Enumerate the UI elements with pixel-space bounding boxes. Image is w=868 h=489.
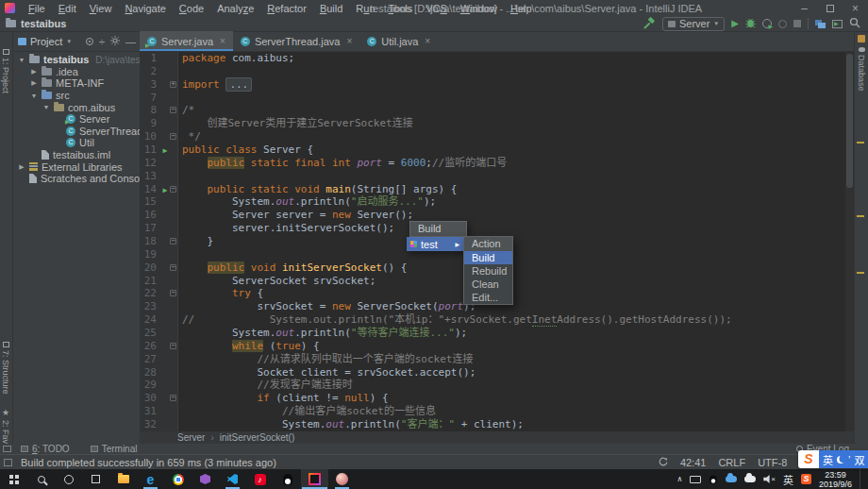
run-line-icon[interactable]: ▶ (160, 143, 170, 157)
minimize-button[interactable]: – (792, 1, 817, 16)
line-number[interactable]: 10 (140, 130, 160, 143)
taskbar-visual-studio[interactable] (192, 469, 219, 489)
code-text[interactable]: */ (178, 130, 854, 143)
breadcrumb-initserversocket[interactable]: initServerSocket() (220, 432, 294, 443)
code-text[interactable]: public class Server { (178, 143, 854, 157)
code-text[interactable]: } (178, 235, 854, 248)
line-number[interactable]: 29 (140, 379, 160, 392)
code-text[interactable]: Server server = new Server(); (178, 209, 854, 222)
code-line[interactable]: 24// System.out.println("本机ip："+srvSocke… (140, 313, 854, 327)
line-number[interactable]: 8 (140, 104, 160, 117)
taskbar-intellij-idea[interactable] (301, 469, 328, 489)
code-line[interactable]: 29 //发现客户端连接时 (140, 379, 854, 392)
menu-item-clean[interactable]: Clean (464, 278, 512, 291)
code-line[interactable]: 16 Server server = new Server(); (140, 209, 854, 222)
menu-view[interactable]: View (83, 2, 119, 15)
line-number[interactable]: 27 (140, 353, 160, 366)
moon-icon[interactable] (837, 456, 844, 464)
code-line[interactable]: 9 创建Server类用于建立ServerSocket连接 (140, 117, 854, 130)
line-number[interactable]: 3 (140, 78, 160, 92)
menu-file[interactable]: File (22, 2, 52, 15)
tree-item-scratches-and-consoles[interactable]: Scratches and Consoles (14, 173, 140, 185)
line-number[interactable]: 32 (140, 418, 160, 431)
code-text[interactable]: System.out.println("启动服务..."); (178, 195, 854, 209)
menu-navigate[interactable]: Navigate (118, 2, 172, 15)
close-icon[interactable]: × (425, 36, 430, 46)
menu-refactor[interactable]: Refactor (260, 2, 313, 15)
ime-punctuation-toggle[interactable]: ’ (848, 454, 850, 465)
line-number[interactable]: 20 (140, 261, 160, 275)
code-line[interactable]: 12 public static final int port = 6000;/… (140, 157, 854, 170)
code-text[interactable] (178, 248, 854, 261)
line-number[interactable]: 18 (140, 235, 160, 248)
code-text[interactable]: //发现客户端连接时 (178, 379, 854, 392)
status-caret-position[interactable]: 42:41 (680, 457, 707, 468)
tool-button-project[interactable]: 1: Project (1, 49, 10, 93)
code-line[interactable]: 26− while (true) { (140, 340, 854, 353)
tree-item-com-aibus[interactable]: ▼com.aibus (14, 101, 140, 113)
line-number[interactable]: 7 (140, 92, 160, 105)
code-text[interactable]: package com.aibus; (178, 52, 854, 65)
line-number[interactable]: 28 (140, 366, 160, 379)
fold-toggle-icon[interactable]: − (170, 130, 178, 143)
line-number[interactable]: 26 (140, 340, 160, 353)
code-line[interactable]: 10− */ (140, 130, 854, 143)
code-text[interactable]: try { (178, 287, 854, 300)
code-line[interactable]: 14▶− public static void main(String[] ar… (140, 183, 854, 196)
tree-item-server[interactable]: C▶Server (14, 113, 140, 126)
code-text[interactable]: //输出客户端socket的一些信息 (178, 405, 854, 418)
line-number[interactable]: 12 (140, 157, 160, 170)
code-text[interactable] (178, 170, 854, 183)
code-text[interactable] (178, 92, 854, 105)
tree-item-testaibus-iml[interactable]: testaibus.iml (14, 149, 140, 161)
code-line[interactable]: 27 //从请求队列中取出一个客户端的socket连接 (140, 353, 854, 366)
taskbar-chrome[interactable] (164, 469, 192, 489)
warning-stripe-mark[interactable] (857, 272, 864, 274)
sogou-logo[interactable]: S (798, 450, 819, 468)
search-everywhere-icon[interactable] (849, 17, 860, 30)
collapse-all-icon[interactable]: ÷ (99, 36, 105, 47)
breadcrumb-project[interactable]: testaibus (21, 18, 66, 29)
stop-button[interactable] (793, 20, 801, 27)
profiler-button[interactable] (778, 20, 787, 28)
line-number[interactable]: 15 (140, 195, 160, 209)
chevron-down-icon[interactable]: ▼ (66, 39, 72, 44)
tree-item-meta-inf[interactable]: ▶META-INF (14, 77, 140, 90)
tree-item-serverthread[interactable]: CServerThread (14, 126, 140, 138)
status-message[interactable]: Build completed successfully in 659 ms (… (21, 457, 276, 468)
cloud-sync-icon[interactable] (726, 476, 737, 482)
code-text[interactable]: public static void main(String[] args) { (178, 183, 854, 196)
code-line[interactable]: 32 System.out.println("客户端：" + client); (140, 418, 854, 431)
inspection-indicator[interactable] (858, 35, 865, 42)
fold-toggle-icon[interactable]: − (170, 235, 178, 248)
run-anything-icon[interactable]: ▶ (832, 20, 843, 28)
code-text[interactable]: ServerSocket srvSocket; (178, 275, 854, 288)
sogou-tray-icon[interactable]: S (801, 474, 811, 484)
status-encoding[interactable]: UTF-8 (758, 457, 787, 468)
taskbar-user-avatar[interactable] (328, 469, 356, 489)
taskbar-edge[interactable]: e (137, 469, 164, 489)
line-number[interactable]: 23 (140, 300, 160, 313)
tree-item-idea[interactable]: ▶.idea (14, 66, 140, 78)
fold-toggle-icon[interactable]: − (170, 392, 178, 405)
tree-item-src[interactable]: ▼src (14, 90, 140, 102)
run-configuration-select[interactable]: Server ▼ (662, 17, 725, 31)
volume-muted-icon[interactable]: × (763, 475, 776, 483)
warning-stripe-mark[interactable] (857, 215, 864, 217)
status-switcher-icon[interactable] (4, 459, 12, 466)
sync-icon[interactable] (659, 457, 668, 468)
qq-tray-icon[interactable] (710, 475, 718, 483)
tab-server-java[interactable]: C▶Server.java× (140, 31, 233, 51)
breadcrumb-server[interactable]: Server (177, 432, 205, 443)
code-text[interactable]: System.out.println("等待客户端连接..."); (178, 327, 854, 340)
taskbar-qq[interactable] (274, 469, 301, 489)
tool-button-database[interactable]: Database (857, 47, 866, 92)
tool-button-structure[interactable]: 7: Structure (1, 342, 10, 395)
code-line[interactable]: 17 server.initServerSocket(); (140, 222, 854, 235)
code-text[interactable]: if (client != null) { (178, 392, 854, 405)
code-line[interactable]: 31 //输出客户端socket的一些信息 (140, 405, 854, 418)
line-number[interactable]: 24 (140, 313, 160, 327)
restore-button[interactable] (817, 1, 843, 16)
tool-button-6-todo[interactable]: 6: TODO (21, 444, 70, 454)
code-text[interactable]: /* (178, 104, 854, 117)
